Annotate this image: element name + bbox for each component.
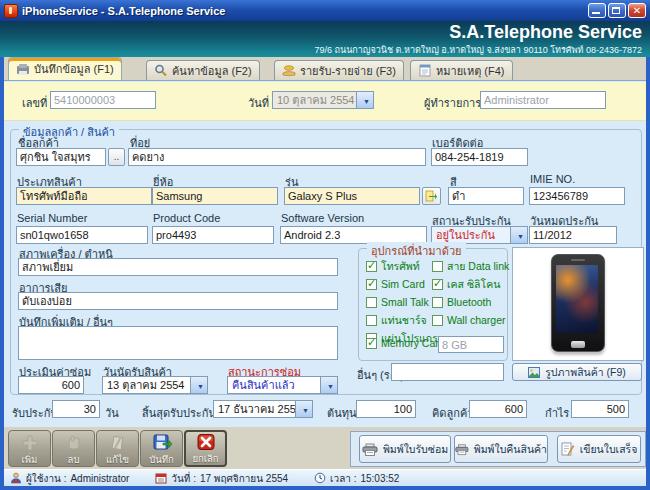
- warranty-days-label: รับประกัน: [12, 404, 58, 422]
- tab-notes[interactable]: หมายเหตุ (F4): [410, 60, 513, 80]
- pickup-date-combo[interactable]: 13 ตุลาคม 2554: [102, 376, 208, 394]
- cost-field[interactable]: 100: [356, 400, 416, 418]
- other-equipment-field[interactable]: [391, 363, 504, 381]
- condition-field[interactable]: สภาพเยี่ยม: [18, 258, 338, 276]
- equipment-item[interactable]: โทรศัพท์: [366, 257, 432, 275]
- company-address: 79/6 ถนนกาญจวนิช ต.หาดใหญ่ อ.หาดใหญ่ จ.ส…: [315, 43, 642, 57]
- checkbox-sim-card[interactable]: [366, 279, 377, 290]
- print-return-button[interactable]: พิมพ์ใบคืนสินค้า: [454, 435, 548, 463]
- app-icon: [4, 4, 18, 18]
- bottom-toolbar: เพิ่ม ลบ แก้ไข บันทึก ยกเลิก: [4, 427, 646, 469]
- application-window: iPhoneService - S.A.Telephone Service S.…: [0, 0, 650, 490]
- product-type-field[interactable]: โทรศัพท์มือถือ: [16, 187, 152, 205]
- checkbox-silicone-case[interactable]: [432, 279, 443, 290]
- window-title: iPhoneService - S.A.Telephone Service: [22, 5, 588, 17]
- equipment-item[interactable]: เคส ซิลิโคน: [432, 275, 514, 293]
- checkbox-data-link[interactable]: [432, 261, 443, 272]
- add-button[interactable]: เพิ่ม: [8, 430, 51, 467]
- printer-icon: [455, 443, 469, 456]
- equipment-item[interactable]: Small Talk: [366, 293, 432, 311]
- symptom-field[interactable]: ดับเองบ่อย: [18, 292, 338, 310]
- receipt-pencil-icon: [561, 442, 575, 456]
- profit-field[interactable]: 500: [571, 400, 629, 418]
- warranty-days-field[interactable]: 30: [52, 400, 100, 418]
- phone-image: [551, 254, 605, 352]
- equipment-item-memory[interactable]: Memory Card: [366, 337, 445, 349]
- company-name: S.A.Telephone Service: [449, 22, 642, 43]
- operator-field[interactable]: Administrator: [480, 91, 606, 109]
- picture-icon: [528, 367, 540, 378]
- save-icon: [152, 433, 172, 452]
- address-field[interactable]: คดยาง: [128, 148, 426, 166]
- maximize-button[interactable]: [608, 3, 626, 18]
- contact-field[interactable]: 084-254-1819: [431, 148, 528, 166]
- checkbox-small-talk[interactable]: [366, 297, 377, 308]
- clock-icon: [314, 472, 326, 484]
- minimize-button[interactable]: [588, 3, 606, 18]
- record-form: เลขที่ 5410000003 วันที่ 10 ตุลาคม 2554 …: [4, 80, 646, 427]
- memory-size-field[interactable]: 8 GB: [438, 336, 504, 353]
- delete-icon: [65, 434, 83, 452]
- product-image-button[interactable]: รูปภาพสินค้า (F9): [512, 363, 642, 381]
- brand-field[interactable]: Samsung: [152, 187, 278, 205]
- close-button[interactable]: [628, 3, 646, 18]
- product-code-label: Product Code: [153, 212, 220, 224]
- status-user: ผู้ใช้งาน : Administrator: [10, 471, 129, 486]
- equipment-item[interactable]: Sim Card: [366, 275, 432, 293]
- model-lookup-button[interactable]: [422, 187, 441, 205]
- tab-search-data[interactable]: ค้นหาข้อมูล (F2): [146, 60, 260, 80]
- tab-label: หมายเหตุ (F4): [436, 62, 505, 80]
- edit-button[interactable]: แก้ไข: [96, 430, 139, 467]
- tab-label: บันทึกข้อมูล (F1): [34, 60, 114, 78]
- save-button[interactable]: บันทึก: [140, 430, 183, 467]
- equipment-item[interactable]: Wall charger: [432, 311, 514, 329]
- cancel-button[interactable]: ยกเลิก: [184, 430, 227, 467]
- warranty-end-field[interactable]: 11/2012: [529, 226, 617, 244]
- operator-label: ผู้ทำรายการ: [424, 94, 481, 112]
- imie-label: IMIE NO.: [530, 173, 575, 185]
- customer-name-field[interactable]: ศุกชิน ใจสมุทร: [16, 148, 106, 166]
- charge-field[interactable]: 600: [469, 400, 527, 418]
- checkbox-memory-card[interactable]: [366, 338, 377, 349]
- doc-date-combo[interactable]: 10 ตุลาคม 2554: [272, 91, 374, 109]
- tab-strip: บันทึกข้อมูล (F1) ค้นหาข้อมูล (F2) รายรั…: [4, 57, 646, 80]
- title-bar: iPhoneService - S.A.Telephone Service: [0, 0, 650, 21]
- charge-label: คิดลูกค้า: [432, 404, 473, 422]
- delete-button[interactable]: ลบ: [52, 430, 95, 467]
- checkbox-bluetooth[interactable]: [432, 297, 443, 308]
- imie-field[interactable]: 123456789: [529, 187, 625, 205]
- status-bar: ผู้ใช้งาน : Administrator วันที่ : 17 พฤ…: [4, 469, 646, 486]
- equipment-item[interactable]: แท่นชาร์จ: [366, 311, 432, 329]
- customer-browse-button[interactable]: ..: [108, 148, 125, 166]
- edit-icon: [109, 434, 127, 452]
- tab-income-expense[interactable]: รายรับ-รายจ่าย (F3): [274, 60, 404, 80]
- doc-date-label: วันที่: [248, 94, 269, 112]
- serial-field[interactable]: sn01qwo1658: [16, 226, 148, 244]
- checkbox-charging-dock[interactable]: [366, 315, 377, 326]
- days-unit-label: วัน: [105, 404, 119, 422]
- equipment-item[interactable]: Bluetooth: [432, 293, 514, 311]
- equipment-item[interactable]: สาย Data link: [432, 257, 514, 275]
- notes-textarea[interactable]: [18, 326, 338, 360]
- tab-label: รายรับ-รายจ่าย (F3): [300, 62, 396, 80]
- product-code-field[interactable]: pro4493: [152, 226, 274, 244]
- repair-status-combo[interactable]: คืนสินค้าแล้ว: [227, 376, 338, 394]
- print-action-panel: พิมพ์ใบรับซ่อม พิมพ์ใบคืนสินค้า เขียนใบเ…: [350, 431, 646, 467]
- write-receipt-button[interactable]: เขียนใบเสร็จ: [557, 435, 641, 463]
- tab-save-data[interactable]: บันทึกข้อมูล (F1): [8, 57, 122, 80]
- warranty-until-label: สิ้นสุดรับประกัน: [142, 404, 216, 422]
- estimate-field[interactable]: 600: [18, 376, 84, 394]
- document-strip: เลขที่ 5410000003 วันที่ 10 ตุลาคม 2554 …: [4, 82, 646, 121]
- open-file-icon: [425, 190, 438, 202]
- printer-icon: [362, 443, 378, 456]
- doc-no-field[interactable]: 5410000003: [50, 91, 156, 109]
- doc-no-label: เลขที่: [22, 94, 47, 112]
- checkbox-phone[interactable]: [366, 261, 377, 272]
- model-field[interactable]: Galaxy S Plus: [284, 187, 420, 205]
- checkbox-wall-charger[interactable]: [432, 315, 443, 326]
- print-repair-button[interactable]: พิมพ์ใบรับซ่อม: [359, 435, 451, 463]
- save-tab-icon: [16, 63, 30, 76]
- warranty-until-combo[interactable]: 17 ธันวาคม 2554: [213, 400, 313, 418]
- cost-label: ต้นทุน: [327, 404, 356, 422]
- color-field[interactable]: ดำ: [448, 187, 524, 205]
